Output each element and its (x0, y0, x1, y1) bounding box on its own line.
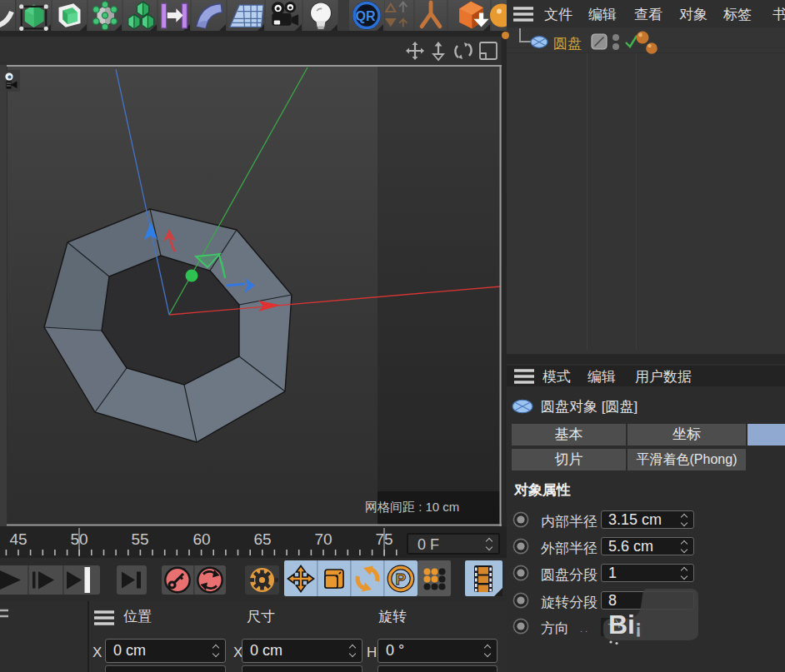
svg-text:70: 70 (314, 530, 332, 548)
svg-text:Bi: Bi (608, 610, 635, 640)
svg-text:网格间距 : 10 cm: 网格间距 : 10 cm (365, 500, 459, 514)
svg-text:¡: ¡ (635, 615, 642, 638)
svg-text:P: P (396, 570, 407, 588)
svg-text:50: 50 (70, 530, 88, 548)
svg-text:45: 45 (9, 530, 27, 548)
svg-text:65: 65 (253, 530, 271, 548)
svg-text:55: 55 (131, 530, 148, 548)
svg-text:75: 75 (375, 530, 392, 548)
svg-text:60: 60 (192, 530, 210, 548)
svg-text:QR: QR (356, 9, 376, 23)
